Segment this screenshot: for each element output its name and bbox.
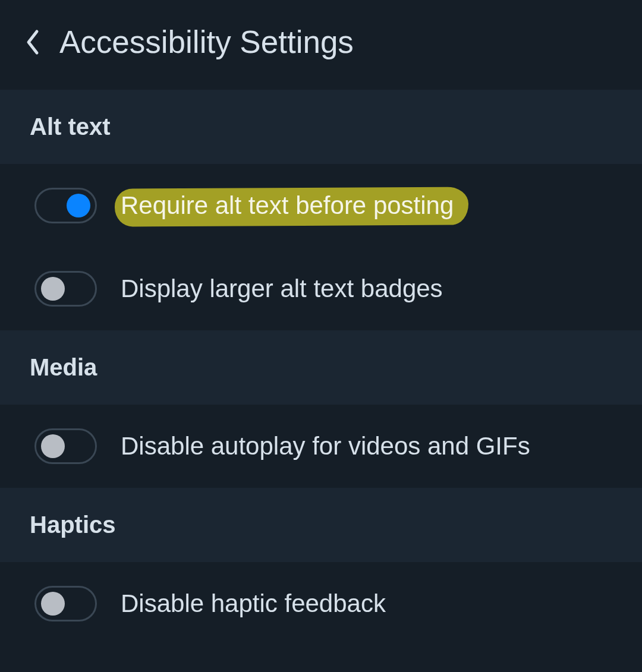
chevron-left-icon <box>24 28 42 56</box>
section-header-media: Media <box>0 330 642 405</box>
setting-row-require-alt[interactable]: Require alt text before posting <box>0 164 642 247</box>
page-title: Accessibility Settings <box>59 24 354 60</box>
section-header-haptics: Haptics <box>0 488 642 562</box>
setting-label: Disable autoplay for videos and GIFs <box>121 432 530 460</box>
toggle-larger-badges[interactable] <box>34 271 97 307</box>
toggle-disable-autoplay[interactable] <box>34 428 97 464</box>
toggle-knob <box>41 592 65 616</box>
toggle-knob <box>41 277 65 301</box>
back-button[interactable] <box>24 28 42 56</box>
toggle-disable-haptic[interactable] <box>34 586 97 621</box>
setting-label: Disable haptic feedback <box>121 589 386 618</box>
setting-row-disable-haptic[interactable]: Disable haptic feedback <box>0 562 642 645</box>
highlight-annotation: Require alt text before posting <box>121 191 454 220</box>
setting-row-larger-badges[interactable]: Display larger alt text badges <box>0 247 642 330</box>
page-header: Accessibility Settings <box>0 0 642 90</box>
section-header-alt-text: Alt text <box>0 90 642 164</box>
setting-label: Display larger alt text badges <box>121 275 443 303</box>
toggle-knob <box>41 434 65 458</box>
section-title: Alt text <box>30 113 612 140</box>
setting-row-disable-autoplay[interactable]: Disable autoplay for videos and GIFs <box>0 405 642 488</box>
section-title: Haptics <box>30 512 612 538</box>
section-title: Media <box>30 354 612 381</box>
setting-label: Require alt text before posting <box>121 191 454 219</box>
toggle-knob <box>67 194 90 217</box>
toggle-require-alt[interactable] <box>34 188 97 223</box>
